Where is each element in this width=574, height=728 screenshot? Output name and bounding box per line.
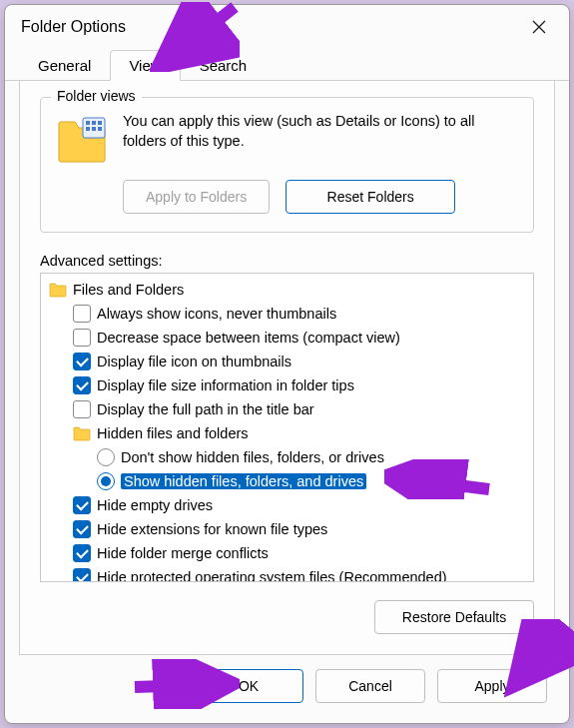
- checkbox-icon: [73, 568, 91, 582]
- opt-file-icon-thumb[interactable]: Display file icon on thumbnails: [43, 350, 531, 373]
- tab-view-label: View: [129, 57, 161, 74]
- folder-icon: [73, 425, 91, 441]
- opt-label: Display the full path in the title bar: [97, 401, 314, 417]
- checkbox-icon: [73, 305, 91, 323]
- opt-label: Decrease space between items (compact vi…: [97, 330, 400, 346]
- advanced-settings-tree[interactable]: Files and Folders Always show icons, nev…: [40, 273, 534, 582]
- opt-label: Always show icons, never thumbnails: [97, 306, 336, 322]
- opt-hide-empty-drives[interactable]: Hide empty drives: [43, 493, 531, 517]
- tab-content-view: Folder views You can apply this view (su…: [19, 81, 555, 655]
- svg-rect-3: [98, 121, 102, 125]
- opt-label: Hide extensions for known file types: [97, 521, 327, 537]
- tab-general-label: General: [38, 57, 91, 74]
- titlebar: Folder Options: [5, 5, 569, 49]
- cancel-button[interactable]: Cancel: [315, 669, 425, 703]
- svg-rect-6: [98, 127, 102, 131]
- checkbox-icon: [73, 329, 91, 347]
- folder-grid-icon: [55, 112, 109, 166]
- opt-label: Hide protected operating system files (R…: [97, 569, 447, 582]
- folder-views-legend: Folder views: [51, 88, 142, 104]
- opt-hide-merge-conflicts[interactable]: Hide folder merge conflicts: [43, 541, 531, 565]
- opt-hide-protected-os[interactable]: Hide protected operating system files (R…: [43, 565, 531, 582]
- tab-bar: General View Search: [5, 49, 569, 81]
- checkbox-icon: [73, 520, 91, 538]
- tree-group-hidden: Hidden files and folders: [43, 421, 531, 445]
- restore-defaults-button[interactable]: Restore Defaults: [374, 600, 534, 634]
- svg-rect-1: [86, 121, 90, 125]
- window-title: Folder Options: [21, 18, 126, 36]
- opt-full-path-title[interactable]: Display the full path in the title bar: [43, 397, 531, 421]
- radio-icon: [97, 448, 115, 466]
- tab-general[interactable]: General: [19, 50, 110, 81]
- opt-hide-extensions[interactable]: Hide extensions for known file types: [43, 517, 531, 541]
- folder-icon: [49, 282, 67, 298]
- opt-compact-view[interactable]: Decrease space between items (compact vi…: [43, 326, 531, 350]
- reset-folders-button[interactable]: Reset Folders: [286, 180, 455, 214]
- tab-search-label: Search: [200, 57, 248, 74]
- svg-rect-2: [92, 121, 96, 125]
- checkbox-icon: [73, 544, 91, 562]
- tab-view[interactable]: View: [110, 50, 180, 81]
- tab-search[interactable]: Search: [181, 50, 267, 81]
- opt-dont-show-hidden[interactable]: Don't show hidden files, folders, or dri…: [43, 445, 531, 469]
- opt-label: Display file icon on thumbnails: [97, 354, 291, 369]
- folder-views-text: You can apply this view (such as Details…: [123, 112, 519, 166]
- opt-always-icons[interactable]: Always show icons, never thumbnails: [43, 302, 531, 326]
- close-button[interactable]: [519, 12, 559, 42]
- opt-label: Hide folder merge conflicts: [97, 545, 269, 561]
- checkbox-icon: [73, 376, 91, 394]
- opt-file-size-tips[interactable]: Display file size information in folder …: [43, 373, 531, 397]
- checkbox-icon: [73, 400, 91, 418]
- folder-options-dialog: Folder Options General View Search Folde…: [4, 4, 570, 724]
- opt-label: Hide empty drives: [97, 497, 213, 513]
- ok-button[interactable]: OK: [194, 669, 303, 703]
- close-icon: [532, 20, 546, 34]
- opt-label: Display file size information in folder …: [97, 377, 354, 393]
- checkbox-icon: [73, 353, 91, 370]
- svg-rect-4: [86, 127, 90, 131]
- apply-button[interactable]: Apply: [437, 669, 547, 703]
- svg-rect-5: [92, 127, 96, 131]
- apply-to-folders-button[interactable]: Apply to Folders: [123, 180, 270, 214]
- folder-views-group: Folder views You can apply this view (su…: [40, 97, 534, 233]
- advanced-settings-label: Advanced settings:: [40, 253, 534, 269]
- checkbox-icon: [73, 496, 91, 514]
- tree-group-label: Hidden files and folders: [97, 425, 249, 441]
- radio-icon: [97, 472, 115, 490]
- tree-group-label: Files and Folders: [73, 282, 184, 298]
- dialog-button-row: OK Cancel Apply: [5, 669, 569, 723]
- opt-show-hidden[interactable]: Show hidden files, folders, and drives: [43, 469, 531, 493]
- opt-label: Don't show hidden files, folders, or dri…: [121, 449, 384, 465]
- tree-group-files-folders: Files and Folders: [43, 278, 531, 302]
- opt-label: Show hidden files, folders, and drives: [121, 473, 366, 489]
